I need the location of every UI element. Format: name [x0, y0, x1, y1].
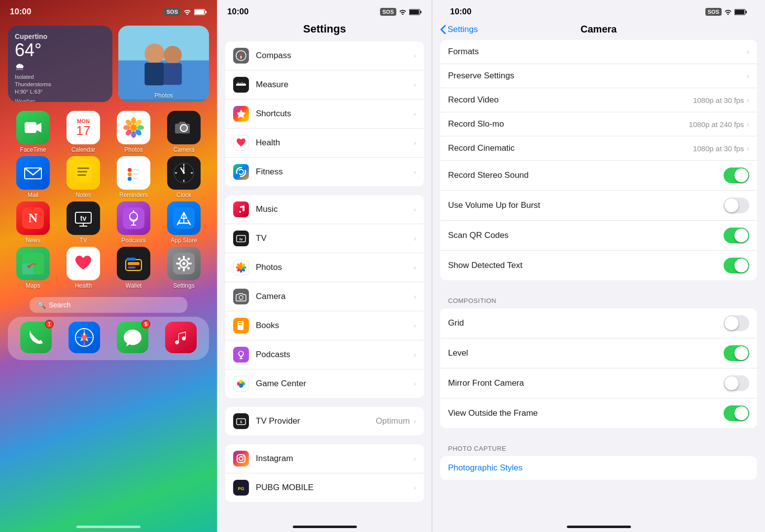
scanqr-toggle[interactable] [724, 228, 749, 243]
settings-item-podcasts[interactable]: Podcasts › [225, 340, 424, 369]
settings-item-instagram[interactable]: Instagram › [225, 444, 424, 473]
camera-item-preserve[interactable]: Preserve Settings › [440, 64, 757, 88]
back-button[interactable]: Settings [440, 25, 478, 34]
camera-item-mirrorfront[interactable]: Mirror Front Camera [440, 368, 757, 399]
settings-item-tvprovider[interactable]: S TV Provider Optimum › [225, 407, 424, 435]
toggle-thumb-mirror [725, 376, 738, 390]
settings-item-photos[interactable]: Photos › [225, 253, 424, 282]
settings-item-books[interactable]: Books › [225, 311, 424, 340]
svg-point-61 [28, 265, 31, 268]
settings-item-health[interactable]: Health › [225, 129, 424, 158]
svg-point-95 [237, 167, 245, 176]
recordstereo-toggle[interactable] [724, 167, 749, 183]
settings-item-compass[interactable]: Compass › [225, 41, 424, 70]
music-chevron: › [414, 205, 416, 213]
svg-point-18 [123, 125, 130, 130]
settings-sos: SOS [380, 8, 396, 16]
app-tv[interactable]: tv TV [61, 201, 105, 244]
settings-item-gamecenter[interactable]: Game Center › [225, 369, 424, 398]
camera-item-formats[interactable]: Formats › [440, 40, 757, 64]
camera-item-scanqr[interactable]: Scan QR Codes [440, 221, 757, 251]
detectedtext-toggle[interactable] [724, 258, 749, 273]
camera-item-viewoutside[interactable]: View Outside the Frame [440, 399, 757, 428]
svg-rect-30 [133, 169, 139, 170]
settings-item-fitness[interactable]: Fitness › [225, 158, 424, 186]
app-wallet[interactable]: Wallet [111, 247, 156, 289]
toggle-thumb-detected [734, 259, 748, 272]
health-label: Health [75, 282, 92, 289]
toggle-thumb-level [734, 346, 748, 360]
preserve-chevron: › [747, 72, 749, 80]
camera-item-recordvideo[interactable]: Record Video 1080p at 30 fps › [440, 88, 757, 112]
settings-scroll[interactable]: Compass › Measure › [217, 41, 432, 522]
camera-item-recordstereo[interactable]: Record Stereo Sound [440, 161, 757, 191]
instagram-label: Instagram [256, 454, 414, 464]
svg-rect-6 [144, 63, 164, 85]
settings-group-1: Compass › Measure › [225, 41, 424, 186]
app-camera[interactable]: Camera [162, 111, 206, 153]
news-label: News [26, 237, 40, 244]
app-health[interactable]: Health [61, 247, 105, 289]
svg-text:tv: tv [80, 214, 87, 222]
photos-icon [117, 111, 150, 144]
volumeburst-label: Use Volume Up for Burst [448, 200, 724, 210]
settings-item-tv[interactable]: tv TV › [225, 224, 424, 253]
dock-messages[interactable]: 5 [110, 322, 155, 355]
camera-item-photostyles[interactable]: Photographic Styles [440, 456, 757, 480]
settings-item-camera[interactable]: Camera › [225, 282, 424, 311]
reminders-icon [117, 156, 150, 190]
dock-music[interactable] [159, 322, 203, 355]
phone-badge: 1 [45, 320, 54, 329]
app-photos[interactable]: Photos [111, 111, 156, 153]
recordvideo-label: Record Video [448, 95, 693, 105]
camera-item-recordslomo[interactable]: Record Slo-mo 1080p at 240 fps › [440, 112, 757, 136]
volumeburst-toggle[interactable] [724, 198, 749, 213]
app-podcasts[interactable]: Podcasts [111, 201, 156, 244]
mail-icon [16, 156, 50, 190]
settings-item-music[interactable]: Music › [225, 195, 424, 224]
camera-item-volumeburst[interactable]: Use Volume Up for Burst [440, 191, 757, 221]
app-notes[interactable]: Notes [61, 156, 105, 199]
app-appstore[interactable]: App Store [162, 201, 206, 244]
settings-item-pubg[interactable]: PG PUBG MOBILE › [225, 473, 424, 502]
settings-item-shortcuts[interactable]: Shortcuts › [225, 100, 424, 129]
camera-status-right: SOS [705, 8, 747, 16]
calendar-label: Calendar [71, 146, 96, 153]
tv-settings-icon: tv [233, 231, 249, 246]
mirrorfront-toggle[interactable] [724, 375, 749, 391]
notes-icon [67, 156, 100, 190]
tv-chevron: › [414, 234, 416, 242]
app-settings[interactable]: Settings [162, 247, 206, 289]
grid-toggle[interactable] [724, 315, 749, 331]
photos-widget[interactable]: Photos [118, 26, 209, 102]
photos-settings-icon [233, 260, 249, 275]
app-news[interactable]: N News [11, 201, 55, 244]
app-calendar[interactable]: MON 17 Calendar [61, 111, 105, 153]
app-clock[interactable]: Clock [162, 156, 206, 199]
toggle-thumb-viewoutside [734, 406, 748, 420]
dock-phone[interactable]: 1 [14, 322, 58, 355]
camera-item-recordcinematic[interactable]: Record Cinematic 1080p at 30 fps › [440, 136, 757, 161]
appstore-label: App Store [171, 237, 197, 244]
camera-item-grid[interactable]: Grid [440, 308, 757, 338]
camera-scroll[interactable]: Formats › Preserve Settings › Record Vid… [432, 40, 765, 522]
pubg-chevron: › [414, 484, 416, 492]
camera-item-level[interactable]: Level [440, 338, 757, 368]
photos-label: Photos [118, 92, 209, 99]
svg-rect-128 [746, 11, 747, 13]
pubg-icon: PG [233, 480, 249, 496]
search-bar[interactable]: 🔍 Search [30, 297, 187, 313]
shortcuts-chevron: › [414, 110, 416, 118]
level-toggle[interactable] [724, 345, 749, 361]
settings-item-measure[interactable]: Measure › [225, 70, 424, 100]
tvprovider-icon: S [233, 413, 249, 429]
viewoutside-toggle[interactable] [724, 405, 749, 421]
app-reminders[interactable]: Reminders [111, 156, 156, 199]
weather-widget[interactable]: Cupertino 64° 🌧 IsolatedThunderstormsH:9… [8, 26, 112, 102]
app-mail[interactable]: Mail [11, 156, 55, 199]
app-facetime[interactable]: FaceTime [11, 111, 55, 153]
camera-item-detectedtext[interactable]: Show Detected Text [440, 251, 757, 280]
svg-rect-85 [410, 10, 419, 14]
dock-safari[interactable] [62, 322, 106, 355]
app-maps[interactable]: Maps [11, 247, 55, 289]
